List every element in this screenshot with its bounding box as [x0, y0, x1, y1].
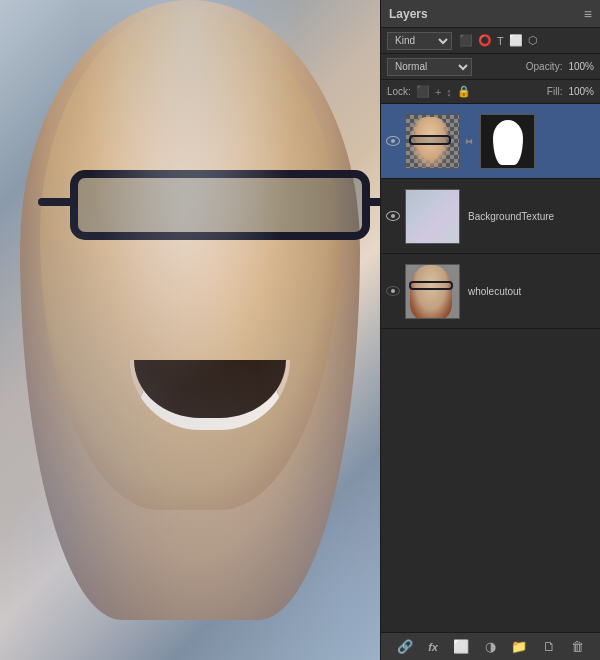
layer-item[interactable]: ⧓ — [381, 104, 600, 179]
layer-mask-thumbnail-1 — [480, 114, 535, 169]
blend-mode-row: Normal Opacity: 100% — [381, 54, 600, 80]
canvas-area — [0, 0, 380, 660]
eye-icon-1 — [386, 136, 400, 146]
lock-all-icon[interactable]: 🔒 — [456, 84, 472, 99]
panel-title: Layers — [389, 7, 428, 21]
panel-toolbar: 🔗 fx ⬜ ◑ 📁 🗋 🗑 — [381, 632, 600, 660]
eye-icon-3 — [386, 286, 400, 296]
opacity-label: Opacity: — [526, 61, 563, 72]
visibility-toggle-2[interactable] — [385, 208, 401, 224]
filter-pixel-icon[interactable]: ⬛ — [458, 33, 474, 48]
thumb-glasses-1 — [409, 135, 451, 145]
fill-value[interactable]: 100% — [568, 86, 594, 97]
filter-select[interactable]: Kind — [387, 32, 452, 50]
lock-row: Lock: ⬛ + ↕ 🔒 Fill: 100% — [381, 80, 600, 104]
layer-info-3: wholecutout — [464, 285, 596, 297]
delete-layer-icon[interactable]: 🗑 — [568, 636, 587, 657]
layer-thumbnail-1 — [405, 114, 460, 169]
filter-shape-icon[interactable]: ⬜ — [508, 33, 524, 48]
filter-icons: ⬛ ⭕ T ⬜ ⬡ — [458, 33, 539, 48]
fill-label: Fill: — [547, 86, 563, 97]
filter-row: Kind ⬛ ⭕ T ⬜ ⬡ — [381, 28, 600, 54]
layer-name-3: wholecutout — [468, 286, 521, 297]
texture-overlay — [0, 0, 380, 660]
layer-item[interactable]: wholecutout — [381, 254, 600, 329]
filter-smart-icon[interactable]: ⬡ — [527, 33, 539, 48]
layer-name-2: BackgroundTexture — [468, 211, 554, 222]
layer-item[interactable]: BackgroundTexture — [381, 179, 600, 254]
lock-label: Lock: — [387, 86, 411, 97]
new-fill-layer-icon[interactable]: ⬜ — [450, 636, 472, 657]
layer-thumbnail-3 — [405, 264, 460, 319]
thumb-checker-1 — [406, 115, 459, 168]
layers-panel: Layers ≡ Kind ⬛ ⭕ T ⬜ ⬡ Normal Opacity: … — [380, 0, 600, 660]
thumb-texture-2 — [406, 190, 459, 243]
visibility-toggle-3[interactable] — [385, 283, 401, 299]
layer-thumbnail-2 — [405, 189, 460, 244]
thumb-wholecutout-glasses-3 — [409, 281, 453, 290]
new-layer-icon[interactable]: 🗋 — [540, 636, 559, 657]
thumb-mask-1 — [481, 115, 534, 168]
panel-menu-button[interactable]: ≡ — [584, 6, 592, 22]
thumb-mask-silhouette-1 — [493, 120, 523, 165]
chain-link-1: ⧓ — [464, 114, 474, 169]
opacity-value[interactable]: 100% — [568, 61, 594, 72]
panel-header: Layers ≡ — [381, 0, 600, 28]
thumb-wholecutout-face-3 — [410, 265, 452, 319]
eye-icon-2 — [386, 211, 400, 221]
lock-position-icon[interactable]: + — [434, 85, 442, 99]
lock-artboards-icon[interactable]: ↕ — [445, 85, 453, 99]
new-group-icon[interactable]: 📁 — [508, 636, 530, 657]
new-adjustment-icon[interactable]: ◑ — [482, 636, 499, 657]
fx-icon[interactable]: fx — [425, 638, 441, 656]
link-icon[interactable]: 🔗 — [394, 636, 416, 657]
blend-mode-select[interactable]: Normal — [387, 58, 472, 76]
visibility-toggle-1[interactable] — [385, 133, 401, 149]
layers-list: ⧓ BackgroundTexture — [381, 104, 600, 632]
lock-icons: ⬛ + ↕ 🔒 — [415, 84, 472, 99]
canvas-image — [0, 0, 380, 660]
filter-type-icon[interactable]: T — [496, 34, 505, 48]
filter-adjust-icon[interactable]: ⭕ — [477, 33, 493, 48]
thumb-wholecutout-3 — [406, 265, 459, 318]
layer-info-2: BackgroundTexture — [464, 210, 596, 222]
lock-pixels-icon[interactable]: ⬛ — [415, 84, 431, 99]
